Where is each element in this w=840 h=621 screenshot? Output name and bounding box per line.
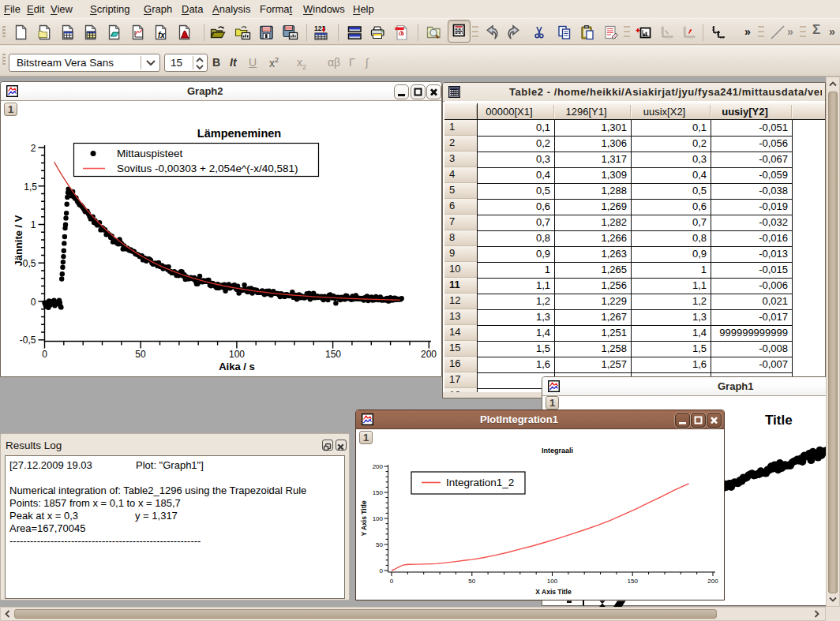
svg-text:100: 100 [547,578,558,585]
svg-text:200: 200 [421,349,437,360]
svg-text:1: 1 [31,219,36,230]
svg-text:0: 0 [42,349,47,360]
svg-text:50: 50 [468,578,475,585]
svg-text:Sovitus -0,00303 + 2,054e^(-x/: Sovitus -0,00303 + 2,054e^(-x/40,581) [117,163,298,174]
svg-text:fx: fx [158,31,165,39]
svg-text:50: 50 [135,349,146,360]
svg-text:Title: Title [765,413,793,428]
svg-text:Mittauspisteet: Mittauspisteet [117,148,183,159]
svg-text:Aika / s: Aika / s [219,361,255,372]
svg-text:Integration1_2: Integration1_2 [446,477,514,488]
svg-text:0: 0 [31,297,36,308]
svg-text:150: 150 [373,489,384,496]
svg-text:Jännite / V: Jännite / V [13,215,24,266]
svg-text:Lämpeneminen: Lämpeneminen [197,127,281,140]
svg-text:0: 0 [390,578,394,585]
svg-text:150: 150 [628,578,639,585]
svg-text:50: 50 [376,541,383,548]
svg-text:200: 200 [373,463,384,470]
svg-text:0,5: 0,5 [23,258,36,269]
svg-text:-0,5: -0,5 [20,335,36,346]
svg-text:2: 2 [31,143,36,154]
svg-text:X Axis Title: X Axis Title [535,588,572,596]
svg-text:1,5: 1,5 [24,181,37,193]
svg-text:Y Axis Title: Y Axis Title [360,500,368,536]
svg-text:100: 100 [373,515,384,522]
svg-text:Integraali: Integraali [542,447,573,455]
svg-text:150: 150 [325,349,341,360]
svg-text:200: 200 [707,578,718,585]
svg-text:100: 100 [229,349,245,360]
svg-text:0: 0 [380,567,384,574]
